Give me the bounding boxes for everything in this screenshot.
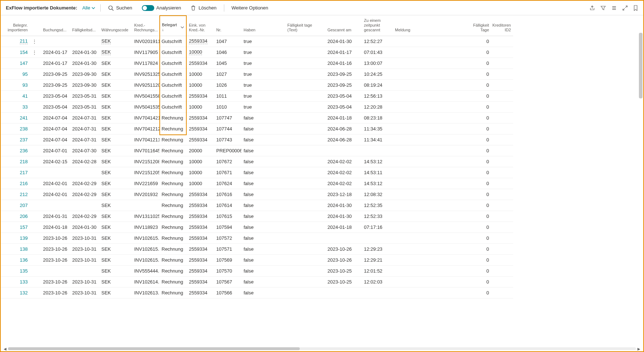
cell-belegart: Rechnung: [162, 279, 183, 285]
column-header-kredid2[interactable]: Kreditoren ID2: [491, 15, 513, 36]
cell-buchungsd: 2023-10-26: [43, 235, 67, 241]
cell-kredrech: INV0201911: [134, 39, 159, 44]
cell-faelligkeitsd: 2023-05-31: [72, 104, 97, 110]
horizontal-scrollbar[interactable]: ◀ ▶: [1, 346, 643, 351]
row-menu-cell[interactable]: [30, 145, 41, 156]
row-menu-cell[interactable]: [30, 233, 41, 244]
doc-number-link[interactable]: 207: [20, 203, 28, 208]
row-menu-cell[interactable]: [30, 80, 41, 91]
doc-number-link[interactable]: 93: [23, 82, 28, 88]
doc-number-link[interactable]: 206: [20, 214, 28, 219]
column-header-gescannt[interactable]: Gescannt am: [325, 15, 362, 36]
doc-number-link[interactable]: 135: [20, 268, 28, 274]
row-menu-cell[interactable]: [30, 167, 41, 178]
doc-number-link[interactable]: 132: [20, 290, 28, 296]
list-icon[interactable]: [611, 5, 617, 11]
row-menu-icon[interactable]: ⋮: [32, 50, 37, 55]
cell-buchungsd: 2024-07-01: [43, 148, 67, 153]
cell-faelligkeitsd: 2023-10-31: [72, 246, 97, 252]
delete-button[interactable]: Löschen: [188, 4, 218, 12]
share-icon[interactable]: [589, 5, 595, 11]
doc-number-link[interactable]: 238: [20, 126, 28, 132]
column-header-belegnr[interactable]: Belegnr. importieren: [1, 15, 30, 36]
cell-belegart: Rechnung: [162, 246, 183, 252]
row-menu-cell[interactable]: [30, 266, 41, 277]
row-menu-cell[interactable]: [30, 211, 41, 222]
doc-number-link[interactable]: 147: [20, 60, 28, 66]
filter-icon[interactable]: [600, 5, 606, 11]
cell-belegart: Rechnung: [162, 181, 183, 186]
vertical-scrollbar[interactable]: [639, 33, 643, 98]
column-header-kredrech[interactable]: Kred.-Rechnungs...: [132, 15, 159, 36]
row-menu-cell[interactable]: [30, 178, 41, 189]
row-menu-icon[interactable]: ⋮: [32, 39, 37, 44]
row-menu-cell[interactable]: [30, 189, 41, 200]
column-header-faelligkeitsd[interactable]: Fälligkeitsd...: [70, 15, 99, 36]
more-options-button[interactable]: Weitere Optionen: [229, 4, 271, 12]
cell-kredrech: INV9251325: [134, 71, 159, 77]
row-menu-cell[interactable]: ⋮: [30, 36, 41, 47]
cell-faelligkeitsd: 2024-02-29: [72, 214, 97, 219]
doc-number-link[interactable]: 133: [20, 279, 28, 285]
doc-number-link[interactable]: 237: [20, 137, 28, 142]
row-menu-cell[interactable]: [30, 134, 41, 145]
cell-buchungsd: 2024-02-15: [43, 159, 67, 164]
row-menu-cell[interactable]: ⋮: [30, 47, 41, 58]
column-header-haben[interactable]: Haben: [241, 15, 285, 36]
doc-number-link[interactable]: 139: [20, 235, 28, 241]
column-header-meldung[interactable]: Meldung: [393, 15, 469, 36]
scroll-left-icon[interactable]: ◀: [4, 347, 7, 351]
doc-number-link[interactable]: 33: [23, 104, 28, 110]
column-header-waehrung[interactable]: Währungscode: [99, 15, 132, 36]
cell-zeitpunkt: 08:19:24: [364, 82, 383, 88]
search-button[interactable]: Suchen: [106, 4, 134, 12]
doc-number-link[interactable]: 218: [20, 159, 28, 164]
doc-number-link[interactable]: 95: [23, 71, 28, 77]
doc-number-link[interactable]: 212: [20, 192, 28, 197]
row-menu-cell[interactable]: [30, 113, 41, 124]
column-header-belegart[interactable]: Belegart ↓: [159, 15, 187, 36]
doc-number-link[interactable]: 157: [20, 224, 28, 230]
collapse-icon[interactable]: [622, 5, 628, 11]
scroll-right-icon[interactable]: ▶: [637, 347, 640, 351]
row-menu-cell[interactable]: [30, 255, 41, 266]
svg-line-1: [112, 9, 113, 11]
row-menu-cell[interactable]: [30, 200, 41, 211]
cell-nr: 107567: [216, 279, 232, 285]
row-menu-cell[interactable]: [30, 69, 41, 80]
column-header-zeitpunkt[interactable]: Zu einem zeitpunkt gescannt: [362, 15, 393, 36]
cell-belegart: Rechnung: [162, 224, 183, 230]
doc-number-link[interactable]: 154: [20, 50, 28, 55]
doc-number-link[interactable]: 236: [20, 148, 28, 153]
cell-zeitpunkt: 12:52:27: [364, 39, 383, 44]
row-menu-cell[interactable]: [30, 288, 41, 298]
doc-number-link[interactable]: 241: [20, 115, 28, 121]
row-menu-cell[interactable]: [30, 277, 41, 288]
column-header-buchungsd[interactable]: Buchungsd...: [41, 15, 70, 36]
row-menu-cell[interactable]: [30, 91, 41, 102]
column-header-einkvon[interactable]: Eink. von Kred.-Nr.: [187, 15, 214, 36]
row-menu-cell[interactable]: [30, 102, 41, 113]
cell-kredrech: INV102613...: [134, 290, 159, 296]
filter-dropdown[interactable]: Alle: [82, 5, 96, 11]
doc-number-link[interactable]: 216: [20, 181, 28, 186]
doc-number-link[interactable]: 217: [20, 170, 28, 175]
bookmark-icon[interactable]: [633, 5, 638, 11]
doc-number-link[interactable]: 138: [20, 246, 28, 252]
analyze-button[interactable]: Analysieren: [140, 4, 183, 12]
doc-number-link[interactable]: 136: [20, 257, 28, 263]
doc-number-link[interactable]: 41: [23, 93, 28, 99]
doc-number-link[interactable]: 211: [20, 38, 28, 44]
row-menu-cell[interactable]: [30, 222, 41, 233]
cell-kredrech: INV102615...: [134, 246, 159, 252]
column-header-faelligtext[interactable]: Fälligkeit tage (Text): [285, 15, 325, 36]
column-header-menu[interactable]: [30, 15, 41, 36]
cell-waehrung: SEK: [101, 49, 111, 55]
row-menu-cell[interactable]: [30, 244, 41, 255]
column-header-faelligtage[interactable]: Fälligkeit Tage: [469, 15, 491, 36]
column-header-nr[interactable]: Nr.: [214, 15, 241, 36]
row-menu-cell[interactable]: [30, 124, 41, 134]
row-menu-cell[interactable]: [30, 156, 41, 167]
cell-nr: 107572: [216, 235, 232, 241]
row-menu-cell[interactable]: [30, 58, 41, 69]
